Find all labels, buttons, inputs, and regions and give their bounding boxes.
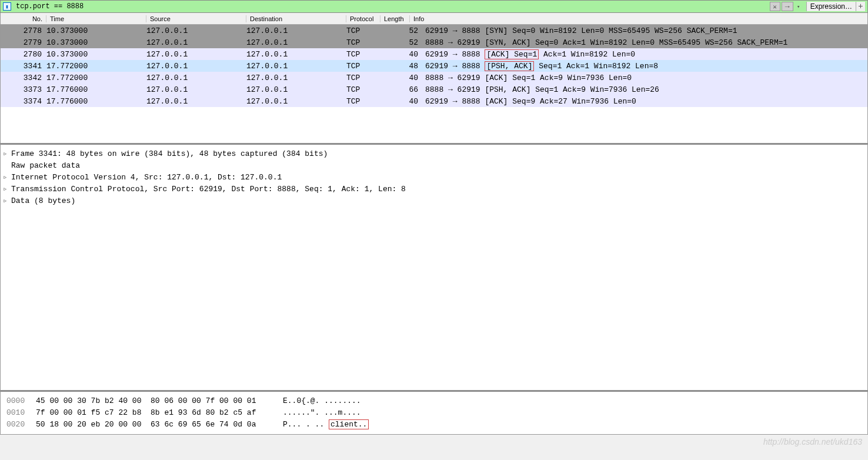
packet-row[interactable]: 337317.776000127.0.0.1127.0.0.1TCP668888… — [1, 84, 867, 95]
col-header-time[interactable]: Time — [46, 15, 146, 22]
packet-row[interactable]: 337417.776000127.0.0.1127.0.0.1TCP406291… — [1, 95, 867, 107]
detail-frame[interactable]: ▹Frame 3341: 48 bytes on wire (384 bits)… — [3, 148, 865, 160]
packet-row[interactable]: 278010.373000127.0.0.1127.0.0.1TCP406291… — [1, 48, 867, 60]
bookmark-filter-icon[interactable]: ▮ — [3, 2, 11, 11]
col-header-info[interactable]: Info — [410, 15, 867, 22]
packet-row[interactable]: 277810.373000127.0.0.1127.0.0.1TCP526291… — [1, 25, 867, 36]
packet-list-header[interactable]: No. Time Source Destination Protocol Len… — [1, 13, 867, 25]
expand-icon[interactable]: ▹ — [3, 172, 11, 184]
col-header-length[interactable]: Length — [380, 15, 410, 22]
packet-row[interactable]: 334117.772000127.0.0.1127.0.0.1TCP486291… — [1, 60, 867, 72]
highlight-annotation: [PSH, ACK] — [485, 61, 534, 71]
expand-icon[interactable]: ▹ — [3, 148, 11, 160]
col-header-protocol[interactable]: Protocol — [346, 15, 380, 22]
clear-filter-icon[interactable]: ✕ — [770, 2, 780, 11]
highlight-annotation: client.. — [329, 419, 369, 429]
highlight-annotation: [ACK] Seq=1 — [485, 49, 539, 59]
display-filter-input[interactable] — [14, 2, 770, 11]
packet-bytes-pane[interactable]: 000045 00 00 30 7b b2 40 00 80 06 00 00 … — [0, 391, 868, 435]
detail-tcp[interactable]: ▹Transmission Control Protocol, Src Port… — [3, 184, 865, 195]
add-filter-button-icon[interactable]: + — [856, 2, 865, 11]
detail-data[interactable]: ▹Data (8 bytes) — [3, 195, 865, 207]
hex-row[interactable]: 000045 00 00 30 7b b2 40 00 80 06 00 00 … — [6, 395, 862, 407]
hex-row[interactable]: 002050 18 00 20 eb 20 00 00 63 6c 69 65 … — [6, 419, 862, 431]
col-header-source[interactable]: Source — [146, 15, 246, 22]
detail-ip[interactable]: ▹Internet Protocol Version 4, Src: 127.0… — [3, 172, 865, 184]
display-filter-bar: ▮ ✕ → ▾ Expression… + — [0, 0, 868, 13]
expand-icon[interactable]: ▹ — [3, 184, 11, 195]
detail-raw[interactable]: Raw packet data — [3, 160, 865, 172]
packet-list-pane: No. Time Source Destination Protocol Len… — [0, 13, 868, 144]
packet-row[interactable]: 334217.772000127.0.0.1127.0.0.1TCP408888… — [1, 72, 867, 84]
apply-filter-icon[interactable]: → — [782, 2, 793, 11]
filter-history-dropdown-icon[interactable]: ▾ — [794, 2, 803, 11]
hex-row[interactable]: 00107f 00 00 01 f5 c7 22 b8 8b e1 93 6d … — [6, 407, 862, 419]
col-header-destination[interactable]: Destination — [246, 15, 346, 22]
packet-details-pane[interactable]: ▹Frame 3341: 48 bytes on wire (384 bits)… — [0, 144, 868, 391]
col-header-no[interactable]: No. — [1, 15, 46, 22]
expression-button[interactable]: Expression… — [806, 2, 856, 11]
packet-row[interactable]: 277910.373000127.0.0.1127.0.0.1TCP528888… — [1, 36, 867, 48]
expand-icon[interactable]: ▹ — [3, 195, 11, 207]
watermark-text: http://blog.csdn.net/ukd163 — [0, 435, 868, 446]
